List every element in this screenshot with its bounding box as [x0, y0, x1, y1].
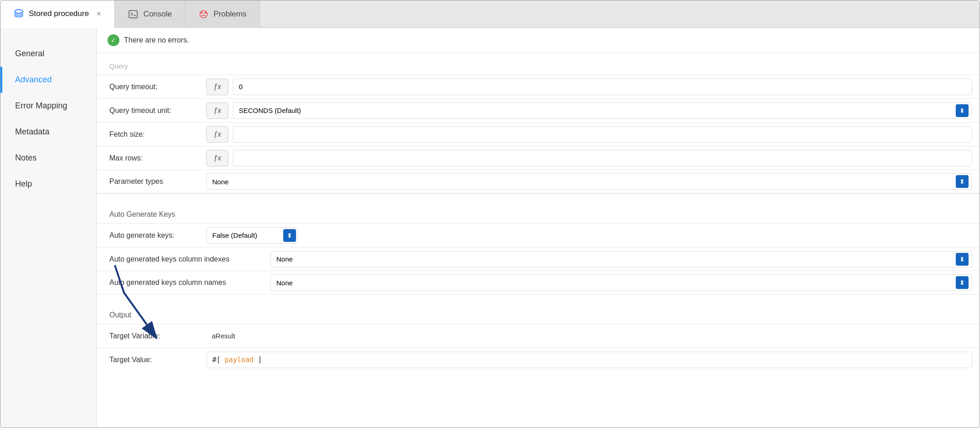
max-rows-fx-button[interactable]: ƒx [206, 150, 228, 166]
query-timeout-unit-label: Query timeout unit: [97, 100, 206, 121]
auto-generated-keys-column-indexes-select-wrapper: None ⬍ [270, 251, 972, 268]
svg-point-1 [15, 10, 23, 13]
fetch-size-fx-button[interactable]: ƒx [206, 126, 228, 143]
sidebar-item-help-label: Help [15, 179, 32, 188]
auto-generated-keys-column-indexes-select[interactable]: None [270, 251, 972, 268]
tab-console-label: Console [143, 10, 172, 19]
status-text: There are no errors. [124, 36, 189, 44]
fetch-size-input[interactable] [233, 126, 972, 143]
tab-problems-label: Problems [214, 10, 247, 19]
query-timeout-unit-select[interactable]: SECONDS (Default) MILLISECONDS MINUTES [233, 102, 972, 119]
max-rows-input[interactable] [233, 150, 972, 166]
main-content: General Advanced Error Mapping Metadata … [0, 28, 980, 428]
query-timeout-row: Query timeout: ƒx [97, 75, 980, 98]
tab-problems[interactable]: Problems [185, 0, 260, 28]
query-timeout-label: Query timeout: [97, 76, 206, 97]
max-rows-label: Max rows: [97, 148, 206, 169]
status-bar: ✓ There are no errors. [97, 28, 980, 53]
auto-generate-keys-row: Auto generate keys: False (Default) True… [97, 223, 980, 247]
target-variable-value: aResult [206, 332, 980, 340]
fetch-size-label: Fetch size: [97, 124, 206, 145]
problems-icon [198, 9, 209, 20]
query-timeout-fx-button[interactable]: ƒx [206, 79, 228, 95]
sidebar-item-error-mapping-label: Error Mapping [15, 101, 67, 110]
target-value-keyword: payload [225, 356, 253, 364]
tab-bar: Stored procedure ✕ Console [0, 0, 980, 28]
query-timeout-input[interactable] [233, 79, 972, 95]
auto-generated-keys-column-indexes-label: Auto generated keys column indexes [97, 249, 270, 270]
target-value-label: Target Value: [97, 349, 206, 370]
auto-generate-keys-select[interactable]: False (Default) True [206, 227, 298, 244]
auto-generate-keys-section: Auto Generate Keys Auto generate keys: F… [97, 201, 980, 294]
sidebar-item-general[interactable]: General [0, 41, 96, 67]
query-section: Query Query timeout: ƒx Query timeout un… [97, 53, 980, 194]
svg-point-5 [201, 12, 203, 14]
sidebar-item-advanced-label: Advanced [15, 75, 52, 84]
tab-console[interactable]: Console [115, 0, 185, 28]
target-value-input[interactable]: #[ payload ] [206, 352, 972, 368]
parameter-types-label: Parameter types [97, 171, 206, 192]
target-variable-row: Target Variable: aResult [97, 324, 980, 348]
query-timeout-unit-row: Query timeout unit: ƒx SECONDS (Default)… [97, 98, 980, 122]
tab-close-button[interactable]: ✕ [96, 10, 102, 17]
console-icon [128, 9, 139, 20]
auto-generated-keys-column-names-label: Auto generated keys column names [97, 272, 270, 293]
db-icon [13, 8, 24, 19]
parameter-types-row: Parameter types None VARCHAR INTEGER ⬍ [97, 170, 980, 193]
right-panel: ✓ There are no errors. Query Query timeo… [97, 28, 980, 428]
target-value-suffix: ] [253, 356, 262, 364]
tab-stored-procedure[interactable]: Stored procedure ✕ [0, 0, 115, 28]
sidebar-item-notes-label: Notes [15, 153, 37, 162]
target-value-prefix: #[ [212, 356, 225, 364]
sidebar-item-metadata-label: Metadata [15, 127, 49, 136]
sidebar-item-help[interactable]: Help [0, 171, 96, 197]
app-window: Stored procedure ✕ Console [0, 0, 980, 428]
parameter-types-select-wrapper: None VARCHAR INTEGER ⬍ [206, 173, 972, 190]
sidebar: General Advanced Error Mapping Metadata … [0, 28, 97, 428]
target-variable-label: Target Variable: [97, 326, 206, 347]
query-section-header: Query [97, 53, 980, 75]
auto-generate-keys-label: Auto generate keys: [97, 225, 206, 246]
sidebar-item-metadata[interactable]: Metadata [0, 119, 96, 145]
sidebar-item-error-mapping[interactable]: Error Mapping [0, 93, 96, 119]
sidebar-item-notes[interactable]: Notes [0, 145, 96, 171]
query-timeout-unit-fx-button[interactable]: ƒx [206, 102, 228, 119]
tab-stored-procedure-label: Stored procedure [29, 9, 89, 18]
sidebar-item-advanced[interactable]: Advanced [0, 67, 96, 93]
parameter-types-select[interactable]: None VARCHAR INTEGER [206, 173, 972, 190]
auto-generated-keys-column-names-row: Auto generated keys column names None ⬍ [97, 271, 980, 294]
auto-generated-keys-column-indexes-row: Auto generated keys column indexes None … [97, 247, 980, 271]
sidebar-item-general-label: General [15, 49, 44, 58]
fetch-size-row: Fetch size: ƒx [97, 122, 980, 146]
max-rows-row: Max rows: ƒx [97, 146, 980, 170]
auto-generated-keys-column-names-select[interactable]: None [270, 274, 972, 291]
output-section: Output Target Variable: aResult [97, 302, 980, 371]
check-icon: ✓ [108, 34, 119, 46]
target-value-row: Target Value: #[ payload ] [97, 348, 980, 371]
auto-generate-keys-header: Auto Generate Keys [97, 201, 980, 223]
output-section-header: Output [97, 302, 980, 324]
auto-generated-keys-column-names-select-wrapper: None ⬍ [270, 274, 972, 291]
svg-point-6 [205, 12, 206, 14]
svg-point-4 [200, 11, 207, 18]
auto-generate-keys-select-wrapper: False (Default) True ⬍ [206, 227, 298, 244]
query-timeout-unit-select-wrapper: SECONDS (Default) MILLISECONDS MINUTES ⬍ [233, 102, 972, 119]
